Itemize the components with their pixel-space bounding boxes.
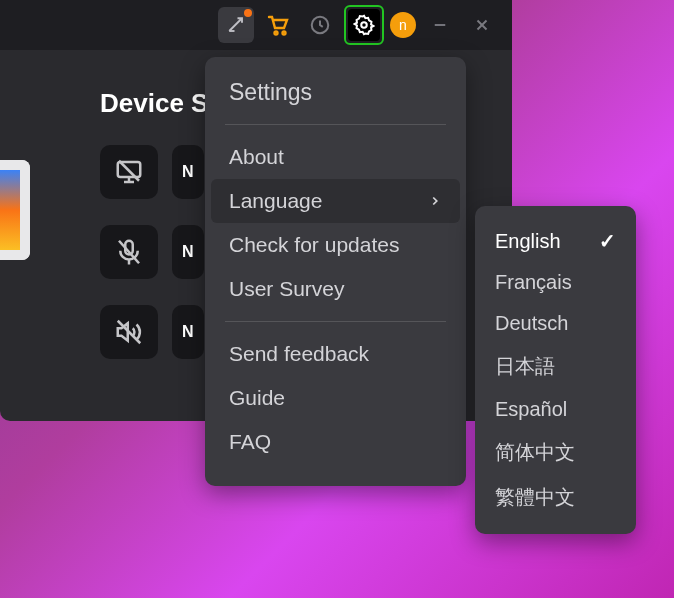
language-label: Français xyxy=(495,271,572,294)
language-label: 繁體中文 xyxy=(495,484,575,511)
svg-point-1 xyxy=(283,32,286,35)
language-submenu: English✓FrançaisDeutsch日本語Español简体中文繁體中… xyxy=(475,206,636,534)
title-bar: n xyxy=(0,0,512,50)
minimize-button[interactable] xyxy=(422,7,458,43)
menu-item-label: Check for updates xyxy=(229,233,399,257)
device-label[interactable]: N xyxy=(172,305,204,359)
menu-item-user-survey[interactable]: User Survey xyxy=(205,267,466,311)
check-icon: ✓ xyxy=(599,229,616,253)
menu-item-check-for-updates[interactable]: Check for updates xyxy=(205,223,466,267)
display-off-icon[interactable] xyxy=(100,145,158,199)
menu-divider xyxy=(225,321,446,322)
language-label: 简体中文 xyxy=(495,439,575,466)
settings-button-highlight xyxy=(344,5,384,45)
speaker-off-icon[interactable] xyxy=(100,305,158,359)
app-logo-icon[interactable] xyxy=(218,7,254,43)
language-option[interactable]: 日本語 xyxy=(475,344,636,389)
menu-item-label: FAQ xyxy=(229,430,271,454)
language-label: Deutsch xyxy=(495,312,568,335)
menu-item-label: About xyxy=(229,145,284,169)
close-button[interactable] xyxy=(464,7,500,43)
language-label: English xyxy=(495,230,561,253)
settings-button[interactable] xyxy=(348,9,380,41)
menu-item-about[interactable]: About xyxy=(205,135,466,179)
settings-menu: Settings AboutLanguageCheck for updatesU… xyxy=(205,57,466,486)
language-label: 日本語 xyxy=(495,353,555,380)
gear-icon xyxy=(353,14,375,36)
menu-item-label: Language xyxy=(229,189,322,213)
language-option[interactable]: 简体中文 xyxy=(475,430,636,475)
language-option[interactable]: Français xyxy=(475,262,636,303)
menu-item-label: Guide xyxy=(229,386,285,410)
language-option[interactable]: 繁體中文 xyxy=(475,475,636,520)
cart-icon[interactable] xyxy=(260,7,296,43)
language-option[interactable]: Deutsch xyxy=(475,303,636,344)
menu-item-language[interactable]: Language xyxy=(211,179,460,223)
chevron-right-icon xyxy=(428,189,442,213)
menu-divider xyxy=(225,124,446,125)
menu-item-guide[interactable]: Guide xyxy=(205,376,466,420)
settings-menu-heading: Settings xyxy=(205,79,466,114)
device-label[interactable]: N xyxy=(172,225,204,279)
menu-item-send-feedback[interactable]: Send feedback xyxy=(205,332,466,376)
device-label[interactable]: N xyxy=(172,145,204,199)
language-option[interactable]: Español xyxy=(475,389,636,430)
svg-point-0 xyxy=(275,32,278,35)
mic-off-icon[interactable] xyxy=(100,225,158,279)
menu-item-label: User Survey xyxy=(229,277,345,301)
menu-item-faq[interactable]: FAQ xyxy=(205,420,466,464)
language-option[interactable]: English✓ xyxy=(475,220,636,262)
device-preview-thumbnail[interactable] xyxy=(0,160,30,260)
menu-item-label: Send feedback xyxy=(229,342,369,366)
language-label: Español xyxy=(495,398,567,421)
avatar-letter: n xyxy=(399,17,407,33)
history-icon[interactable] xyxy=(302,7,338,43)
user-avatar[interactable]: n xyxy=(390,12,416,38)
svg-point-3 xyxy=(361,22,367,28)
